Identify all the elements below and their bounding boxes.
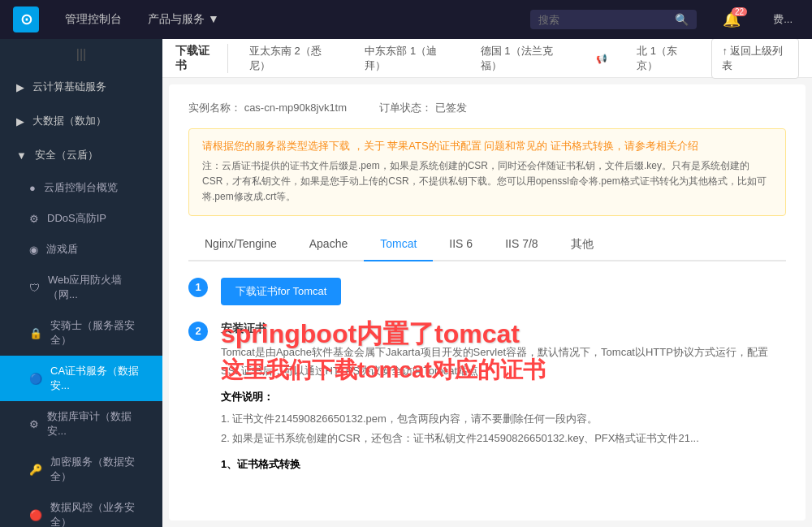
page-content: 实例名称： cas-cn-mp90k8jvk1tm 订单状态： 已签发 请根据您… — [169, 84, 806, 521]
instance-name: 实例名称： cas-cn-mp90k8jvk1tm — [188, 101, 347, 115]
sidebar: ||| ▶ 云计算基础服务 ▶ 大数据（数加） ▼ 安全（云盾） ● 云盾控制台… — [0, 39, 162, 527]
chevron-right-icon-2: ▶ — [16, 115, 24, 127]
notice-title: 请根据您的服务器类型选择下载 ，关于 苹果ATS的证书配置 问题和常见的 证书格… — [202, 139, 772, 153]
file-desc-1: 1. 证书文件214590826650132.pem，包含两段内容，请不要删除任… — [221, 409, 786, 428]
file-desc-2: 2. 如果是证书系统创建的CSR，还包含：证书私钥文件2145908266501… — [221, 429, 786, 447]
tab-tomcat[interactable]: Tomcat — [364, 229, 433, 261]
logo[interactable]: ⊙ — [13, 6, 39, 32]
sidebar-drag-handle[interactable]: ||| — [0, 39, 162, 70]
tab-nginx[interactable]: Nginx/Tengine — [188, 229, 293, 261]
content-area: 下载证书 亚太东南 2（悉尼） 中东东部 1（迪拜） 德国 1（法兰克福） 📢 … — [162, 39, 812, 527]
order-status: 订单状态： 已签发 — [379, 101, 467, 115]
cert-icon: 🔵 — [29, 373, 42, 385]
chevron-right-icon: ▶ — [16, 81, 24, 93]
db-icon: ⚙ — [29, 418, 39, 430]
chevron-down-icon: ▼ — [16, 149, 27, 162]
region-tab-dubai[interactable]: 中东东部 1（迪拜） — [353, 39, 462, 78]
region-tab-sydney[interactable]: 亚太东南 2（悉尼） — [238, 39, 347, 78]
sidebar-item-ca-cert[interactable]: 🔵 CA证书服务（数据安... — [0, 356, 162, 401]
sidebar-item-overview[interactable]: ● 云盾控制台概览 — [0, 172, 162, 203]
step-2-content: 安装证书 Tomcat是由Apache软件基金会属下Jakarta项目开发的Se… — [221, 322, 786, 473]
lock-icon: 🔒 — [29, 327, 42, 339]
steps-container: 1 下载证书for Tomcat 2 安装证书 Tomcat是由Apache软件… — [188, 278, 786, 473]
sidebar-item-ddos[interactable]: ⚙ DDoS高防IP — [0, 203, 162, 234]
step-2-desc: Tomcat是由Apache软件基金会属下Jakarta项目开发的Servlet… — [221, 343, 786, 381]
sidebar-item-data-risk[interactable]: 🔴 数据风控（业务安全） — [0, 492, 162, 527]
notification-badge: 22 — [732, 7, 747, 16]
sidebar-item-waf[interactable]: 🛡 Web应用防火墙（网... — [0, 265, 162, 310]
tab-iis6[interactable]: IIS 6 — [433, 229, 489, 261]
download-cert-button[interactable]: 下载证书for Tomcat — [221, 278, 341, 305]
top-nav: ⊙ 管理控制台 产品与服务 ▼ 🔍 🔔 22 费... — [0, 0, 812, 39]
nav-console[interactable]: 管理控制台 — [58, 9, 128, 30]
sidebar-item-bigdata[interactable]: ▶ 大数据（数加） — [0, 104, 162, 138]
circle-icon: ● — [29, 182, 36, 194]
notification-bell[interactable]: 🔔 22 — [716, 7, 747, 32]
region-tab-more[interactable]: 📢 — [585, 47, 619, 69]
notice-box: 请根据您的服务器类型选择下载 ，关于 苹果ATS的证书配置 问题和常见的 证书格… — [188, 128, 786, 216]
step-num-2: 2 — [188, 322, 208, 341]
search-input[interactable] — [538, 14, 668, 26]
step-2: 2 安装证书 Tomcat是由Apache软件基金会属下Jakarta项目开发的… — [188, 322, 786, 473]
back-button[interactable]: ↑ 返回上级列表 — [711, 39, 799, 79]
step-2-title: 安装证书 — [221, 322, 786, 336]
files-title: 文件说明： — [221, 390, 786, 404]
tab-iis78[interactable]: IIS 7/8 — [489, 229, 554, 261]
search-box: 🔍 — [530, 10, 697, 29]
ring-icon: ◉ — [29, 244, 38, 256]
sidebar-item-db-audit[interactable]: ⚙ 数据库审计（数据安... — [0, 401, 162, 447]
sidebar-cloud-section: ▶ 云计算基础服务 ▶ 大数据（数加） ▼ 安全（云盾） — [0, 70, 162, 172]
region-tab-tokyo[interactable]: 北 1（东京） — [625, 39, 705, 78]
shield-icon: 🛡 — [29, 282, 40, 294]
region-tab-frankfurt[interactable]: 德国 1（法兰克福） — [469, 39, 578, 78]
sidebar-item-encrypt[interactable]: 🔑 加密服务（数据安全） — [0, 447, 162, 492]
instance-info: 实例名称： cas-cn-mp90k8jvk1tm 订单状态： 已签发 — [188, 101, 786, 115]
notice-body: 注：云盾证书提供的证书文件后缀是.pem，如果是系统创建的CSR，同时还会伴随证… — [202, 158, 772, 205]
server-tabs: Nginx/Tengine Apache Tomcat IIS 6 IIS 7/… — [188, 229, 786, 261]
step-1-content: 下载证书for Tomcat — [221, 278, 786, 305]
sidebar-item-server-security[interactable]: 🔒 安骑士（服务器安全） — [0, 310, 162, 356]
sidebar-item-cloud-compute[interactable]: ▶ 云计算基础服务 — [0, 70, 162, 104]
page-title: 下载证书 — [175, 44, 228, 73]
top-bar: 下载证书 亚太东南 2（悉尼） 中东东部 1（迪拜） 德国 1（法兰克福） 📢 … — [162, 39, 812, 78]
step-1: 1 下载证书for Tomcat — [188, 278, 786, 305]
sidebar-item-security[interactable]: ▼ 安全（云盾） — [0, 138, 162, 172]
key-icon: 🔑 — [29, 464, 42, 476]
tab-apache[interactable]: Apache — [293, 229, 364, 261]
step-num-1: 1 — [188, 278, 208, 297]
search-icon[interactable]: 🔍 — [675, 13, 689, 26]
nav-products[interactable]: 产品与服务 ▼ — [148, 12, 219, 27]
sidebar-item-gameshield[interactable]: ◉ 游戏盾 — [0, 234, 162, 265]
main-layout: ||| ▶ 云计算基础服务 ▶ 大数据（数加） ▼ 安全（云盾） ● 云盾控制台… — [0, 39, 812, 527]
gear-icon: ⚙ — [29, 213, 39, 225]
user-menu[interactable]: 费... — [767, 9, 799, 30]
risk-icon: 🔴 — [29, 509, 42, 521]
format-title: 1、证书格式转换 — [221, 457, 786, 472]
tab-other[interactable]: 其他 — [555, 229, 610, 261]
